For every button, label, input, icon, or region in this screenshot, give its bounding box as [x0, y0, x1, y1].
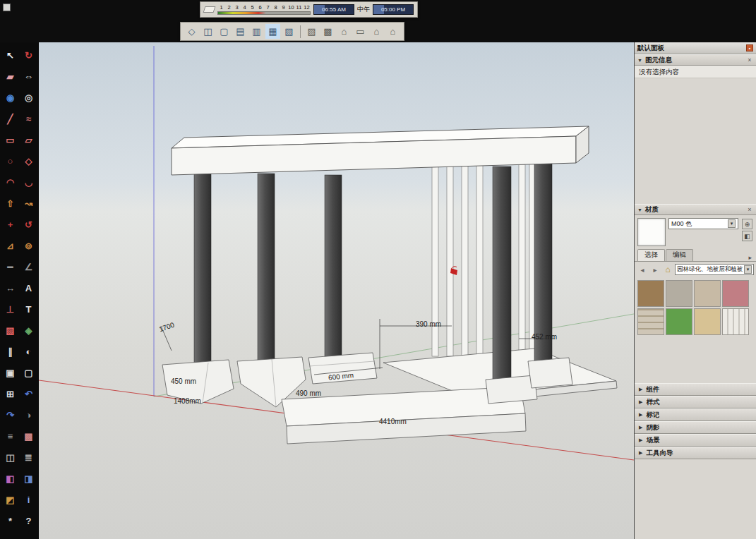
orbit-tool[interactable]: ↻: [20, 44, 38, 66]
swatch-gravel-brown[interactable]: [637, 280, 664, 307]
top-view-icon[interactable]: ▭: [353, 24, 368, 39]
move-tool[interactable]: +: [1, 214, 20, 235]
swatch-stone-pink[interactable]: [722, 280, 749, 307]
iso-view-icon[interactable]: ⌂: [337, 24, 352, 39]
swatch-grass-green[interactable]: [666, 308, 692, 335]
styles-panel-tool[interactable]: ◨: [20, 468, 38, 489]
create-material-button[interactable]: ⊕: [742, 219, 752, 229]
eraser-tool[interactable]: ▰: [1, 66, 20, 87]
previous-view-tool[interactable]: ↶: [20, 383, 38, 404]
help-tool[interactable]: ?: [20, 510, 38, 531]
front-view-icon[interactable]: ⌂: [369, 24, 384, 39]
rectangle-tool[interactable]: ▭: [1, 129, 20, 150]
tab-edit[interactable]: 编辑: [666, 249, 693, 261]
offset-tool[interactable]: ⊚: [20, 235, 38, 256]
tray-section-header[interactable]: ▶ 组件: [635, 383, 756, 396]
close-icon[interactable]: ×: [746, 56, 753, 63]
materials-header[interactable]: ▼ 材质 ×: [635, 204, 756, 215]
material-category-dropdown[interactable]: 园林绿化、地被层和植被 ▾: [675, 264, 754, 275]
material-name-field[interactable]: M00 色 ▾: [668, 218, 738, 229]
tray-pin-button[interactable]: ▪: [746, 44, 753, 52]
swatch-pebbles[interactable]: [694, 280, 721, 307]
back-edges-box-icon[interactable]: ◫: [200, 24, 215, 39]
layers-tool[interactable]: ≣: [20, 447, 38, 468]
preferences-tool[interactable]: *: [1, 510, 20, 531]
dimension-tool[interactable]: ↔: [1, 277, 20, 298]
zoom-tool[interactable]: ◎: [20, 87, 38, 108]
section-fill-icon[interactable]: ▩: [320, 24, 335, 39]
paint-bucket-tool[interactable]: ◉: [1, 87, 20, 108]
materials-title: 材质: [645, 205, 743, 214]
zoom-extents-tool[interactable]: ▢: [20, 362, 38, 383]
tray-section-header[interactable]: ▶ 标记: [635, 408, 756, 421]
chevron-down-icon[interactable]: ▾: [744, 265, 752, 274]
section-plane-icon[interactable]: ▨: [304, 24, 319, 39]
section-fill-tool[interactable]: ▩: [20, 425, 38, 447]
freehand-tool[interactable]: ≈: [20, 108, 38, 129]
shadows-toggle-tool[interactable]: ◑: [20, 404, 38, 425]
tape-measure-tool[interactable]: ━: [1, 256, 20, 277]
close-icon[interactable]: ×: [746, 206, 753, 213]
push-pull-tool[interactable]: ⇧: [1, 193, 20, 214]
wireframe-box-icon[interactable]: ▢: [217, 24, 232, 39]
time-end-slider[interactable]: 05:00 PM: [373, 4, 414, 15]
tray-section-header[interactable]: ▶ 阴影: [635, 421, 756, 434]
hidden-line-box-icon[interactable]: ▤: [233, 24, 248, 39]
entity-info-header[interactable]: ▼ 图元信息 ×: [635, 54, 756, 66]
circle-tool[interactable]: ○: [1, 150, 20, 171]
monochrome-box-icon[interactable]: ▧: [282, 24, 296, 39]
drawing-viewport[interactable]: 1700 450 mm 1408mm 600 mm 490 mm 4410mm …: [39, 42, 634, 539]
forward-arrow-icon[interactable]: ▸: [649, 264, 661, 275]
walk-tool[interactable]: ∥: [1, 341, 20, 362]
time-start-slider[interactable]: 06:55 AM: [313, 4, 354, 15]
expand-arrow-icon: ▶: [639, 412, 642, 418]
protractor-tool[interactable]: ∠: [20, 256, 38, 277]
material-preview: [637, 218, 666, 246]
polygon-tool[interactable]: ◇: [20, 150, 38, 171]
model-info-tool[interactable]: i: [20, 489, 38, 510]
rotate-tool[interactable]: ↺: [20, 214, 38, 235]
swatch-fence-white[interactable]: [722, 308, 749, 335]
details-arrow-icon[interactable]: ▸: [748, 254, 753, 261]
position-camera-tool[interactable]: ▣: [1, 362, 20, 383]
3d-text-tool[interactable]: T: [20, 298, 38, 320]
shaded-box-icon[interactable]: ▥: [249, 24, 264, 39]
swatch-gravel-gray[interactable]: [666, 280, 692, 307]
swatch-brick[interactable]: [637, 308, 664, 335]
materials-panel-tool[interactable]: ◧: [1, 468, 20, 489]
components-panel-tool[interactable]: ◩: [1, 489, 20, 510]
section-plane-tool[interactable]: ▧: [1, 320, 20, 341]
text-tool[interactable]: A: [20, 277, 38, 298]
secondary-pane-button[interactable]: ◧: [742, 231, 752, 241]
eraser-icon[interactable]: [203, 6, 216, 13]
xray-tool[interactable]: ◫: [1, 447, 20, 468]
tab-select[interactable]: 选择: [637, 249, 665, 261]
scale-tool[interactable]: ⊿: [1, 235, 20, 256]
tray-section-header[interactable]: ▶ 样式: [635, 396, 756, 408]
zoom-window-tool[interactable]: ⊞: [1, 383, 20, 404]
in-model-home-icon[interactable]: ⌂: [662, 264, 673, 275]
arc-tool[interactable]: ◠: [1, 171, 20, 193]
window-icon[interactable]: [3, 4, 11, 11]
month-slider[interactable]: 123456789101112: [217, 4, 311, 16]
axes-tool[interactable]: ⊥: [1, 298, 20, 320]
fog-tool[interactable]: ≡: [1, 425, 20, 447]
next-view-tool[interactable]: ↷: [1, 404, 20, 425]
swatch-sand[interactable]: [694, 308, 721, 335]
xray-box-icon[interactable]: ◇: [184, 24, 199, 39]
back-view-icon[interactable]: ⌂: [385, 24, 400, 39]
add-location-tool[interactable]: ◈: [20, 320, 38, 341]
face-style-group: ◇◫▢▤▥▦▧: [184, 24, 296, 39]
look-around-tool[interactable]: ◐: [20, 341, 38, 362]
back-arrow-icon[interactable]: ◂: [637, 264, 648, 275]
pie-tool[interactable]: ◡: [20, 171, 38, 193]
line-tool[interactable]: ╱: [1, 108, 20, 129]
pan-tool[interactable]: ⇔: [20, 66, 38, 87]
rotated-rectangle-tool[interactable]: ▱: [20, 129, 38, 150]
tray-section-header[interactable]: ▶ 场景: [635, 434, 756, 447]
select-tool[interactable]: ↖: [1, 44, 20, 66]
tray-section-header[interactable]: ▶ 工具向导: [635, 447, 756, 459]
follow-me-tool[interactable]: ↝: [20, 193, 38, 214]
chevron-down-icon[interactable]: ▾: [728, 219, 736, 228]
textured-box-icon[interactable]: ▦: [265, 24, 280, 39]
